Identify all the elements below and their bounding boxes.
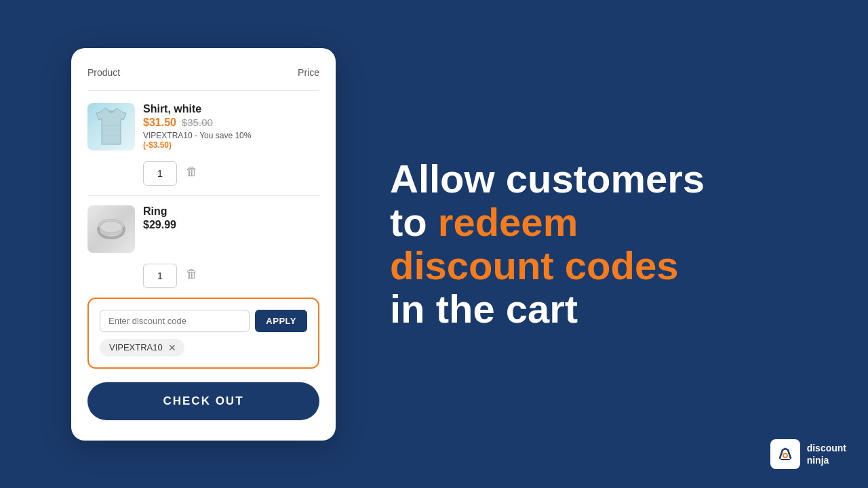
cart-header: Product Price: [87, 67, 319, 78]
brand-name: discount ninja: [807, 442, 846, 466]
shirt-savings: (-$3.50): [143, 140, 172, 150]
applied-discount-tag: VIPEXTRA10 ✕: [100, 339, 184, 357]
apply-discount-button[interactable]: APPLY: [255, 310, 307, 332]
ring-details: Ring $29.99: [143, 205, 319, 231]
ring-image: [87, 205, 135, 253]
shirt-original-price: $35.00: [182, 117, 213, 128]
brand-logo: discount ninja: [770, 439, 846, 469]
hero-line-1: Allow customers: [390, 157, 827, 201]
discount-section: APPLY VIPEXTRA10 ✕: [87, 298, 319, 369]
ring-name: Ring: [143, 205, 319, 218]
shirt-delete-icon[interactable]: 🗑: [186, 165, 198, 179]
ring-qty-row: 1 🗑: [143, 258, 319, 288]
hero-line-4: in the cart: [390, 287, 827, 331]
svg-rect-0: [102, 125, 121, 126]
discount-code-input[interactable]: [100, 310, 250, 332]
shirt-prices: $31.50 $35.00: [143, 117, 274, 129]
hero-line-3: discount codes: [390, 244, 827, 287]
shirt-details: Shirt, white $31.50 $35.00 VIPEXTRA10 - …: [143, 103, 274, 150]
shirt-qty-row: 1 🗑: [143, 156, 319, 186]
ring-delete-icon[interactable]: 🗑: [186, 267, 198, 281]
cart-panel: Product Price Shirt, white $31.50 $35.00: [71, 48, 336, 441]
applied-code-label: VIPEXTRA10: [109, 342, 163, 352]
shirt-quantity[interactable]: 1: [143, 161, 177, 186]
discount-input-row: APPLY: [100, 310, 307, 332]
remove-discount-icon[interactable]: ✕: [168, 342, 176, 353]
table-row: Shirt, white $31.50 $35.00 VIPEXTRA10 - …: [87, 103, 319, 150]
checkout-button[interactable]: CHECK OUT: [87, 382, 319, 420]
brand-icon: [770, 439, 800, 469]
ring-price: $29.99: [143, 219, 176, 231]
ring-item-section: Ring $29.99 1 🗑: [87, 205, 319, 288]
shirt-sale-price: $31.50: [143, 117, 176, 129]
items-divider: [87, 195, 319, 196]
ring-prices: $29.99: [143, 219, 319, 231]
shirt-item-section: Shirt, white $31.50 $35.00 VIPEXTRA10 - …: [87, 103, 319, 186]
hero-text-block: Allow customers to redeem discount codes…: [390, 157, 827, 330]
svg-point-8: [784, 454, 787, 457]
shirt-discount-label: VIPEXTRA10 - You save 10% (-$3.50): [143, 131, 274, 150]
product-column-label: Product: [87, 67, 120, 78]
header-divider: [87, 90, 319, 91]
applied-code-row: VIPEXTRA10 ✕: [100, 339, 307, 357]
ring-quantity[interactable]: 1: [143, 264, 177, 288]
price-column-label: Price: [298, 67, 319, 78]
shirt-name: Shirt, white: [143, 103, 274, 115]
hero-section: Allow customers to redeem discount codes…: [336, 157, 868, 330]
hero-line-2: to redeem: [390, 201, 827, 244]
shirt-image: [87, 103, 135, 150]
table-row: Ring $29.99: [87, 205, 319, 253]
